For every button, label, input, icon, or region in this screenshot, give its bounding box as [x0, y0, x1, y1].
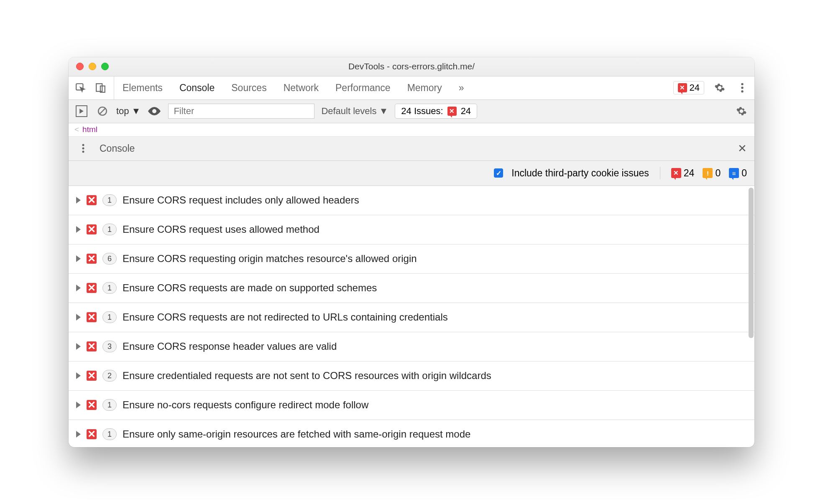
error-icon: ✕ [87, 371, 97, 381]
issue-count: 1 [102, 428, 117, 440]
issue-label: Ensure CORS response header values are v… [123, 341, 337, 352]
filter-input[interactable] [168, 104, 314, 119]
svg-point-10 [82, 151, 84, 153]
error-icon: ✕ [87, 195, 97, 205]
issue-label: Ensure CORS requests are made on support… [123, 282, 377, 294]
expand-triangle-icon [76, 431, 81, 438]
issue-count: 1 [102, 399, 117, 411]
issue-count: 1 [102, 282, 117, 294]
issue-label: Ensure only same-origin resources are fe… [123, 428, 470, 440]
issue-label: Ensure CORS requesting origin matches re… [123, 253, 417, 265]
error-icon: ✕ [87, 224, 97, 234]
warning-icon: ! [703, 168, 713, 178]
kebab-menu-icon[interactable] [735, 81, 749, 95]
tab-console[interactable]: Console [179, 76, 215, 99]
devtools-window: DevTools - cors-errors.glitch.me/ Elemen… [69, 57, 754, 447]
expand-triangle-icon [76, 285, 81, 291]
tab-sources[interactable]: Sources [231, 76, 266, 99]
drawer-kebab-icon[interactable] [76, 141, 90, 155]
expand-triangle-icon [76, 343, 81, 350]
settings-gear-icon[interactable] [713, 81, 727, 95]
error-icon: ✕ [87, 341, 97, 351]
issue-row[interactable]: ✕3Ensure CORS response header values are… [69, 332, 754, 361]
issue-count: 6 [102, 253, 117, 265]
issues-counter[interactable]: 24 Issues: ✕ 24 [395, 104, 477, 119]
issues-count: 24 [461, 106, 471, 117]
tab-elements[interactable]: Elements [123, 76, 163, 99]
inspect-element-icon[interactable] [74, 81, 88, 95]
svg-point-5 [741, 90, 743, 92]
issue-count: 1 [102, 194, 117, 206]
issue-label: Ensure CORS request includes only allowe… [123, 194, 359, 206]
eye-icon[interactable] [147, 104, 161, 118]
drawer-title: Console [100, 143, 135, 154]
issue-row[interactable]: ✕1Ensure CORS requests are not redirecte… [69, 303, 754, 332]
issue-row[interactable]: ✕1Ensure CORS requests are made on suppo… [69, 274, 754, 303]
html-tag: html [82, 125, 97, 134]
svg-line-7 [99, 108, 105, 114]
error-icon: ✕ [87, 429, 97, 439]
issue-row[interactable]: ✕1Ensure only same-origin resources are … [69, 420, 754, 447]
titlebar: DevTools - cors-errors.glitch.me/ [69, 57, 754, 76]
window-title: DevTools - cors-errors.glitch.me/ [69, 61, 754, 71]
traffic-light-close[interactable] [76, 63, 84, 70]
third-party-checkbox-label: Include third-party cookie issues [511, 168, 649, 179]
error-icon: ✕ [87, 254, 97, 264]
issue-row[interactable]: ✕1Ensure CORS request includes only allo… [69, 186, 754, 215]
svg-point-8 [82, 144, 84, 146]
device-toolbar-icon[interactable] [94, 81, 108, 95]
traffic-light-zoom[interactable] [101, 63, 109, 70]
source-peek-row: < html [69, 123, 754, 137]
expand-triangle-icon [76, 314, 81, 321]
issue-count: 3 [102, 341, 117, 352]
live-expression-icon[interactable] [74, 104, 89, 118]
expand-triangle-icon [76, 255, 81, 262]
tab-performance[interactable]: Performance [335, 76, 391, 99]
console-toolbar: top ▼ Default levels ▼ 24 Issues: ✕ 24 [69, 100, 754, 123]
svg-point-9 [82, 148, 84, 150]
svg-point-3 [741, 83, 743, 85]
issue-count: 1 [102, 311, 117, 323]
clear-console-icon[interactable] [95, 104, 110, 118]
svg-rect-1 [96, 84, 102, 91]
expand-triangle-icon [76, 372, 81, 379]
info-icon: ≡ [729, 168, 739, 178]
warning-count-badge[interactable]: !0 [703, 168, 721, 179]
tab-memory[interactable]: Memory [407, 76, 442, 99]
scrollbar-thumb[interactable] [749, 188, 754, 338]
error-counter[interactable]: ✕ 24 [673, 81, 704, 94]
expand-triangle-icon [76, 197, 81, 204]
context-selector[interactable]: top ▼ [116, 106, 141, 117]
chevron-down-icon: ▼ [132, 106, 141, 117]
issue-label: Ensure credentialed requests are not sen… [123, 370, 491, 382]
error-count-badge[interactable]: ✕24 [671, 168, 695, 179]
issue-row[interactable]: ✕1Ensure CORS request uses allowed metho… [69, 215, 754, 244]
issue-count: 1 [102, 224, 117, 235]
error-icon: ✕ [87, 400, 97, 410]
error-badge-icon: ✕ [678, 83, 687, 92]
drawer-header: Console ✕ [69, 137, 754, 161]
third-party-checkbox[interactable]: ✓ [494, 168, 503, 178]
issue-label: Ensure no-cors requests configure redire… [123, 399, 368, 411]
issues-subheader: ✓ Include third-party cookie issues ✕24 … [69, 161, 754, 186]
error-icon: ✕ [87, 312, 97, 322]
issue-count: 2 [102, 370, 117, 382]
issue-row[interactable]: ✕6Ensure CORS requesting origin matches … [69, 244, 754, 274]
close-drawer-icon[interactable]: ✕ [738, 142, 747, 155]
svg-point-4 [741, 87, 743, 89]
panel-tabbar: Elements Console Sources Network Perform… [69, 76, 754, 100]
tab-network[interactable]: Network [284, 76, 319, 99]
info-count-badge[interactable]: ≡0 [729, 168, 747, 179]
error-badge-icon: ✕ [447, 107, 457, 116]
log-levels-selector[interactable]: Default levels ▼ [321, 106, 388, 117]
error-icon: ✕ [671, 168, 681, 178]
traffic-light-minimize[interactable] [89, 63, 96, 70]
issue-row[interactable]: ✕1Ensure no-cors requests configure redi… [69, 391, 754, 420]
console-settings-gear-icon[interactable] [734, 104, 749, 118]
expand-triangle-icon [76, 402, 81, 408]
issue-row[interactable]: ✕2Ensure credentialed requests are not s… [69, 361, 754, 391]
tabs-overflow-icon[interactable]: » [459, 76, 464, 99]
angle-bracket: < [74, 125, 79, 134]
issue-label: Ensure CORS request uses allowed method [123, 224, 319, 235]
error-icon: ✕ [87, 283, 97, 293]
